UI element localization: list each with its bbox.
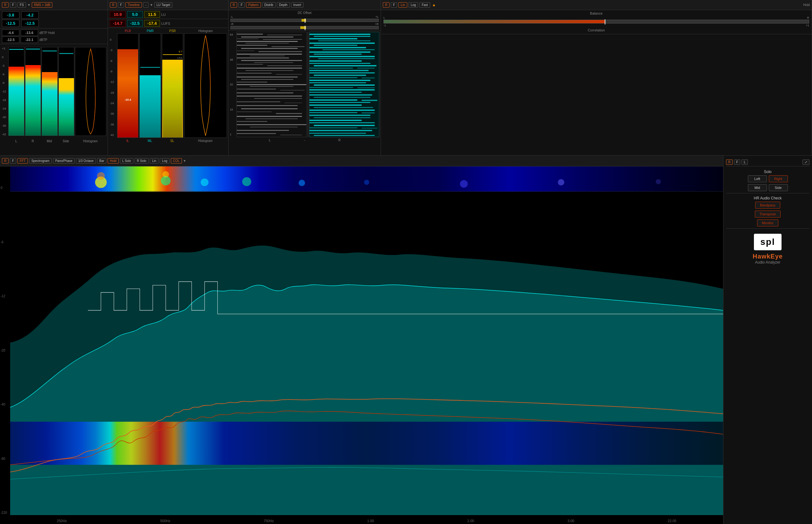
x-scale: 250Hz 500Hz 750Hz 1.00 2.00 3.00 22.05 [10,519,723,523]
svg-rect-76 [309,89,375,91]
lu-label: LU [161,13,166,17]
btn-bandpass[interactable]: Bandpass [755,202,780,209]
lu-val2: 5.0 [127,11,143,18]
loudness-panel: R F Timeline - ▼ LU Target 10.9 5.0 11.5… [108,0,229,155]
btn-spectrogram[interactable]: Spectrogram [29,158,52,164]
btn-monitor[interactable]: Monitor [757,219,778,226]
dc-R-minus: -R [231,22,234,26]
btn-fft[interactable]: FFT [17,158,28,164]
btn-lin[interactable]: Lin [399,2,407,7]
plr-label: PLR [125,29,131,33]
svg-rect-88 [309,115,370,116]
svg-rect-89 [314,117,370,118]
btn-1-3-octave[interactable]: 1/3 Octave [76,158,96,164]
spectrogram-waterfall [10,166,723,192]
btn-r-p3[interactable]: R [231,2,237,7]
btn-invert[interactable]: Invert [291,2,303,7]
hawkeye-title: HawkEye [752,253,783,260]
loudness-ch-labels: IL ML SL Histogram [108,139,228,144]
level-L-bot: -12.5 [2,20,19,27]
svg-rect-114 [10,166,723,192]
btn-expand[interactable]: ⤢ [802,160,810,165]
btn-hold-spec[interactable]: Hold [107,158,119,164]
svg-rect-63 [314,65,376,66]
btn-side-solo[interactable]: Side [769,184,788,191]
btn-fast[interactable]: Fast [419,2,430,7]
btn-f-spec[interactable]: F [10,158,16,164]
svg-point-123 [460,180,468,188]
svg-rect-17 [254,62,293,63]
balance-label: Balance [384,12,809,15]
scale-label: -24 [2,107,7,110]
btn-distrib[interactable]: Distrib [262,2,275,7]
btn-log[interactable]: Log [408,2,418,7]
svg-rect-71 [309,80,370,81]
right-header: R F L ⤢ [726,158,810,166]
svg-rect-28 [250,86,293,87]
y-scale: 0 -6 -12 -20 -40 -80 -220 [0,185,10,515]
solo-ms-row: Mid Side [726,184,810,191]
btn-f-p1[interactable]: F [10,2,16,7]
btn-f-p3[interactable]: F [238,2,245,7]
lu-val1: 10.9 [110,11,126,18]
btn-mid-solo[interactable]: Mid [748,184,767,191]
btn-right-solo[interactable]: Right [769,175,788,182]
btn-bar[interactable]: Bar [97,158,107,164]
btn-r-p1[interactable]: R [2,2,9,7]
svg-point-125 [656,179,661,184]
svg-rect-96 [309,133,366,134]
btn-minus[interactable]: - [143,2,149,7]
loudness-meters: 0 -3 -6 -9 -12 -18 -24 -30 -36 -42 PLR [108,28,228,139]
btn-r-p4[interactable]: R [383,2,389,7]
col-arrow[interactable]: ▼ [183,159,186,163]
sl-label: SL [161,139,183,144]
btn-r-spec[interactable]: R [2,158,9,164]
btn-r-p2[interactable]: R [110,2,117,7]
svg-rect-85 [309,110,375,111]
grid-0db [10,191,723,192]
histogram-p1 [75,47,106,136]
btn-pattern[interactable]: Pattern [246,2,260,7]
svg-rect-52 [318,40,370,41]
btn-r-solo[interactable]: R Solo [135,158,149,164]
btn-transpose[interactable]: Transpose [755,211,781,217]
btn-f-right[interactable]: F [734,160,740,165]
btn-left-solo[interactable]: Left [748,175,767,182]
btn-col[interactable]: COL [171,158,182,164]
lufs-label: LUFS [161,21,170,26]
btn-r-right[interactable]: R [726,160,733,165]
btn-pano-phase[interactable]: Pano/Phase [53,158,75,164]
svg-rect-4 [237,38,258,39]
btn-timeline[interactable]: Timeline [125,2,141,7]
svg-rect-87 [361,112,375,113]
btn-l-solo[interactable]: L Solo [120,158,133,164]
btn-lin-spec[interactable]: Lin [150,158,158,164]
scale-label: -42 [2,133,7,136]
svg-rect-83 [309,104,361,106]
ml-label: ML [139,139,160,144]
svg-rect-39 [276,113,302,114]
audio-analyzer-subtitle: Audio Analyzer [755,260,780,264]
corr-plus1: +1 [806,24,809,27]
btn-depth[interactable]: Depth [277,2,290,7]
btn-lu-target[interactable]: LU Target [154,2,172,7]
level-L-top: -3.8 [2,12,19,19]
meter-bars-area: +3 0 -3 -6 -9 -12 -18 -24 -30 -36 -42 [0,44,107,140]
btn-fs-p1[interactable]: FS [17,2,26,7]
btn-l-right[interactable]: L [742,160,748,165]
svg-rect-25 [241,79,293,80]
divider-1 [726,193,810,193]
svg-rect-20 [237,68,302,69]
histogram-p2: Histogram [184,29,227,138]
btn-f-p4[interactable]: F [391,2,397,7]
svg-rect-66 [309,70,369,71]
svg-rect-62 [309,63,370,64]
lra-label: LRA [177,56,183,60]
svg-rect-14 [250,55,285,56]
svg-rect-97 [314,135,375,136]
svg-rect-34 [237,101,280,102]
btn-rms-p1[interactable]: RMS + 3dB [32,2,52,7]
btn-f-p2[interactable]: F [118,2,124,7]
btn-log-spec[interactable]: Log [160,158,170,164]
svg-rect-53 [309,43,375,44]
